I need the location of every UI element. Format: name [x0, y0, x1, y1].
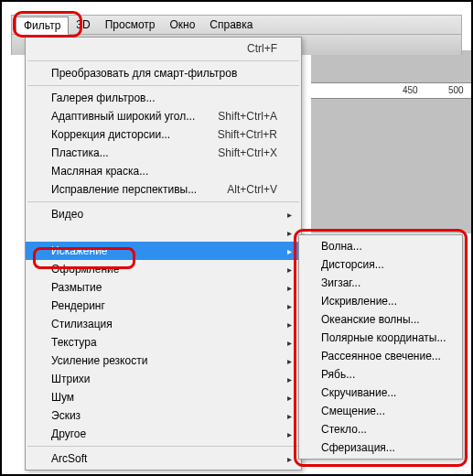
menu-shortcut: Ctrl+F	[229, 42, 277, 55]
menu-shortcut: Shift+Ctrl+X	[199, 146, 277, 159]
menu-item-label: Усиление резкости	[51, 354, 147, 367]
menu-item-strokes[interactable]: Штрихи	[26, 370, 301, 388]
menu-item-render[interactable]: Рендеринг	[26, 297, 301, 315]
submenu-item-polar[interactable]: Полярные координаты...	[299, 329, 462, 347]
menu-item-label	[51, 42, 54, 55]
menu-item-label: Дисторсия...	[321, 258, 384, 271]
menu-item-label: Сферизация...	[321, 441, 395, 454]
distort-submenu: Волна... Дисторсия... Зигзаг... Искривле…	[298, 234, 463, 460]
submenu-item-wave[interactable]: Волна...	[299, 237, 462, 255]
submenu-item-curvature[interactable]: Искривление...	[299, 292, 462, 310]
menu-item-label: Искажение	[51, 244, 108, 257]
menu-help[interactable]: Справка	[202, 16, 260, 33]
menu-item-label: Исправление перспективы...	[51, 183, 197, 196]
menu-item-label	[51, 226, 54, 239]
menu-item-label: Адаптивный широкий угол...	[51, 110, 195, 123]
menu-item-label: Оформление	[51, 263, 119, 276]
menubar: Фильтр 3D Просмотр Окно Справка	[11, 15, 462, 35]
menu-item-label: Галерея фильтров...	[51, 92, 155, 104]
menu-item-label: Размытие	[51, 281, 102, 294]
menu-shortcut: Alt+Ctrl+V	[209, 183, 277, 196]
menu-shortcut: Shift+Ctrl+R	[199, 128, 277, 141]
menu-item-vanishing[interactable]: Исправление перспективы... Alt+Ctrl+V	[26, 180, 301, 199]
menu-item-label: Стекло...	[321, 423, 367, 436]
submenu-item-distortion[interactable]: Дисторсия...	[299, 255, 462, 274]
menu-shortcut: Shift+Ctrl+A	[199, 110, 277, 123]
menu-item-texture[interactable]: Текстура	[26, 333, 301, 352]
menu-item-imitation[interactable]	[26, 223, 301, 242]
submenu-item-ocean[interactable]: Океанские волны...	[299, 310, 462, 329]
submenu-item-displace[interactable]: Смещение...	[299, 402, 462, 420]
menu-3d[interactable]: 3D	[69, 16, 97, 33]
menu-item-label: Полярные координаты...	[321, 331, 446, 344]
menu-item-sketch[interactable]: Эскиз	[26, 406, 301, 425]
menu-item-adaptive-wide[interactable]: Адаптивный широкий угол... Shift+Ctrl+A	[26, 107, 301, 125]
menu-item-label: Смещение...	[321, 405, 385, 417]
ruler-tick: 450	[403, 85, 418, 95]
menu-item-label: Стилизация	[51, 318, 113, 330]
menu-item-convert-smart[interactable]: Преобразовать для смарт-фильтров	[26, 64, 301, 82]
menu-item-label: Волна...	[321, 240, 362, 253]
menu-separator	[27, 201, 299, 202]
menu-item-label: Скручивание...	[321, 386, 396, 399]
menu-item-lens-correction[interactable]: Коррекция дисторсии... Shift+Ctrl+R	[26, 125, 301, 144]
menu-filter[interactable]: Фильтр	[16, 16, 69, 35]
menu-item-label: Шум	[51, 391, 74, 404]
submenu-item-twirl[interactable]: Скручивание...	[299, 384, 462, 402]
menu-item-label: Рассеянное свечение...	[321, 350, 441, 362]
menu-separator	[27, 60, 299, 61]
menu-item-liquify[interactable]: Пластика... Shift+Ctrl+X	[26, 144, 301, 162]
menu-item-video[interactable]: Видео	[26, 205, 301, 223]
ruler-tick: 500	[448, 85, 464, 95]
menu-view[interactable]: Просмотр	[98, 16, 163, 33]
menu-item-distort[interactable]: Искажение	[26, 242, 301, 260]
menu-item-label: Масляная краска...	[51, 165, 148, 178]
menu-separator	[27, 446, 299, 447]
submenu-item-spherize[interactable]: Сферизация...	[299, 438, 462, 457]
menu-item-label: ArcSoft	[51, 452, 87, 465]
menu-item-label: Штрихи	[51, 373, 91, 385]
menu-item-label: Видео	[51, 208, 83, 221]
menu-item-label: Эскиз	[51, 409, 81, 422]
menu-item-oil-paint[interactable]: Масляная краска...	[26, 162, 301, 180]
menu-item-stylize[interactable]: Стилизация	[26, 315, 301, 333]
menu-item-repeat[interactable]: Ctrl+F	[26, 39, 301, 58]
menu-item-other[interactable]: Другое	[26, 425, 301, 443]
filter-dropdown: Ctrl+F Преобразовать для смарт-фильтров …	[25, 37, 302, 471]
menu-item-label: Текстура	[51, 336, 97, 349]
menu-item-label: Коррекция дисторсии...	[51, 128, 170, 141]
submenu-item-diffuse-glow[interactable]: Рассеянное свечение...	[299, 347, 462, 365]
menu-item-arcsoft[interactable]: ArcSoft	[26, 449, 301, 468]
menu-item-label: Рябь...	[321, 368, 355, 381]
menu-item-label: Другое	[51, 427, 86, 440]
menu-item-noise[interactable]: Шум	[26, 388, 301, 406]
menu-window[interactable]: Окно	[162, 16, 202, 33]
menu-separator	[27, 85, 299, 86]
menu-item-label: Зигзаг...	[321, 276, 360, 289]
menu-item-label: Пластика...	[51, 146, 109, 159]
menu-item-gallery[interactable]: Галерея фильтров...	[26, 89, 301, 107]
workspace-bg	[311, 50, 471, 233]
submenu-item-zigzag[interactable]: Зигзаг...	[299, 274, 462, 292]
menu-item-stylize2[interactable]: Оформление	[26, 260, 301, 278]
menu-item-label: Искривление...	[321, 295, 397, 308]
ruler: 450 500	[311, 82, 471, 99]
submenu-item-glass[interactable]: Стекло...	[299, 420, 462, 438]
menu-item-label: Океанские волны...	[321, 313, 420, 326]
menu-item-sharpen[interactable]: Усиление резкости	[26, 352, 301, 370]
menu-item-label: Преобразовать для смарт-фильтров	[51, 67, 237, 80]
menu-item-label: Рендеринг	[51, 299, 105, 312]
menu-item-blur[interactable]: Размытие	[26, 278, 301, 297]
submenu-item-ripple[interactable]: Рябь...	[299, 365, 462, 384]
